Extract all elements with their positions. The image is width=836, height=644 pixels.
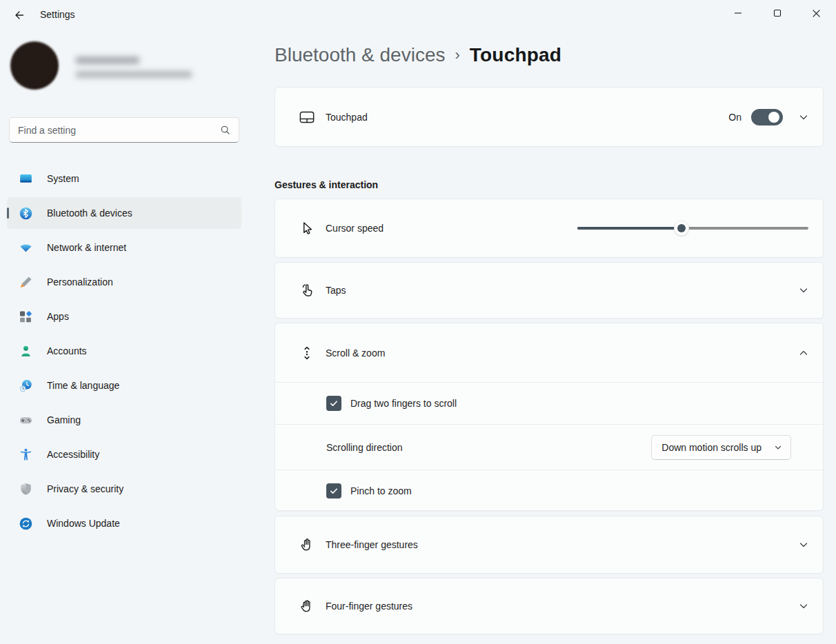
taps-card[interactable]: Taps [275, 262, 824, 319]
gaming-icon [19, 414, 32, 427]
sidebar-item-apps[interactable]: Apps [7, 301, 241, 332]
scrolling-direction-row: Scrolling direction Down motion scrolls … [275, 424, 823, 470]
bluetooth-icon [19, 207, 32, 220]
sidebar-item-label: Windows Update [47, 518, 120, 529]
minimize-button[interactable] [718, 0, 757, 26]
three-finger-label: Three-finger gestures [326, 539, 418, 550]
drag-two-fingers-checkbox[interactable] [326, 396, 341, 411]
privacy-security-icon [19, 483, 32, 496]
taps-chevron-down-icon[interactable] [798, 285, 809, 296]
accounts-icon [19, 345, 32, 358]
search-input[interactable] [18, 125, 220, 136]
checkmark-icon [329, 486, 339, 496]
sidebar: SystemBluetooth & devicesNetwork & inter… [0, 30, 262, 644]
sidebar-item-label: Bluetooth & devices [47, 208, 132, 219]
three-finger-hand-icon [299, 537, 315, 552]
scroll-zoom-header[interactable]: Scroll & zoom [275, 323, 823, 382]
drag-two-fingers-label: Drag two fingers to scroll [350, 398, 457, 409]
sidebar-item-label: System [47, 173, 79, 184]
user-name-redacted [76, 57, 139, 64]
network-icon [19, 241, 32, 254]
sidebar-item-time-language[interactable]: Time & language [7, 370, 241, 401]
cursor-speed-label: Cursor speed [326, 223, 384, 234]
touchpad-card: Touchpad On [275, 87, 824, 147]
pinch-to-zoom-checkbox[interactable] [326, 483, 341, 499]
touchpad-toggle[interactable] [751, 109, 783, 125]
window-controls [718, 0, 836, 26]
cursor-speed-card: Cursor speed [275, 199, 824, 258]
scroll-zoom-card: Scroll & zoom Drag two fingers to scroll… [275, 323, 824, 511]
breadcrumb-parent[interactable]: Bluetooth & devices [275, 44, 446, 66]
touchpad-expand-chevron-down-icon[interactable] [798, 112, 809, 123]
scrolling-direction-label: Scrolling direction [326, 442, 403, 453]
pinch-to-zoom-label: Pinch to zoom [350, 485, 412, 496]
tap-gesture-icon [299, 283, 315, 298]
checkmark-icon [329, 399, 339, 408]
user-email-redacted [76, 71, 192, 78]
back-arrow-icon [13, 10, 25, 21]
sidebar-item-label: Gaming [47, 414, 81, 425]
sidebar-item-gaming[interactable]: Gaming [7, 404, 241, 436]
sidebar-item-bluetooth-devices[interactable]: Bluetooth & devices [7, 197, 241, 229]
scroll-zoom-label: Scroll & zoom [326, 348, 385, 359]
sidebar-item-label: Accounts [47, 345, 87, 356]
avatar [10, 41, 59, 90]
dropdown-chevron-down-icon [774, 443, 782, 452]
app-title: Settings [40, 9, 75, 20]
back-button[interactable] [7, 6, 30, 25]
close-button[interactable] [797, 0, 836, 26]
system-icon [19, 172, 32, 185]
sidebar-item-label: Time & language [47, 380, 119, 391]
page-title: Touchpad [470, 44, 561, 66]
scrolling-direction-dropdown[interactable]: Down motion scrolls up [651, 435, 791, 460]
sidebar-item-accounts[interactable]: Accounts [7, 335, 241, 367]
maximize-button[interactable] [757, 0, 797, 26]
touchpad-icon [299, 110, 315, 125]
touchpad-label: Touchpad [326, 112, 368, 123]
scroll-zoom-chevron-up-icon[interactable] [798, 348, 809, 359]
drag-two-fingers-row: Drag two fingers to scroll [275, 382, 823, 424]
section-header: Gestures & interaction [275, 179, 378, 190]
sidebar-item-accessibility[interactable]: Accessibility [7, 439, 241, 470]
apps-icon [19, 310, 32, 323]
sidebar-item-windows-update[interactable]: Windows Update [7, 507, 241, 539]
cursor-icon [299, 221, 315, 236]
touchpad-status: On [728, 112, 742, 123]
titlebar: Settings [0, 0, 836, 30]
personalization-icon [19, 276, 32, 289]
four-finger-chevron-down-icon[interactable] [798, 601, 809, 612]
sidebar-item-privacy-security[interactable]: Privacy & security [7, 473, 241, 505]
four-finger-hand-icon [299, 598, 315, 614]
sidebar-item-system[interactable]: System [7, 163, 241, 194]
three-finger-chevron-down-icon[interactable] [798, 539, 809, 550]
four-finger-card[interactable]: Four-finger gestures [275, 578, 824, 634]
taps-label: Taps [326, 285, 346, 296]
sidebar-item-personalization[interactable]: Personalization [7, 266, 241, 298]
windows-update-icon [19, 517, 32, 530]
sidebar-item-label: Apps [47, 311, 69, 322]
scroll-icon [299, 345, 315, 361]
scrolling-direction-value: Down motion scrolls up [661, 442, 762, 453]
sidebar-item-label: Privacy & security [47, 483, 123, 494]
sidebar-item-label: Personalization [47, 276, 113, 288]
accessibility-icon [19, 448, 32, 461]
breadcrumb-separator-icon: › [455, 46, 460, 64]
sidebar-item-label: Accessibility [47, 449, 99, 460]
search-box[interactable] [9, 117, 239, 143]
pinch-to-zoom-row: Pinch to zoom [275, 470, 823, 511]
four-finger-label: Four-finger gestures [326, 601, 412, 612]
three-finger-card[interactable]: Three-finger gestures [275, 516, 824, 574]
sidebar-item-label: Network & internet [47, 242, 126, 253]
sidebar-item-network-internet[interactable]: Network & internet [7, 232, 241, 263]
sidebar-nav: SystemBluetooth & devicesNetwork & inter… [7, 163, 241, 542]
breadcrumb: Bluetooth & devices › Touchpad [275, 44, 561, 66]
cursor-speed-slider-thumb[interactable] [674, 221, 689, 236]
cursor-speed-slider-fill [577, 227, 681, 230]
search-icon [220, 125, 230, 135]
time-language-icon [19, 379, 32, 392]
cursor-speed-slider[interactable] [577, 221, 808, 235]
